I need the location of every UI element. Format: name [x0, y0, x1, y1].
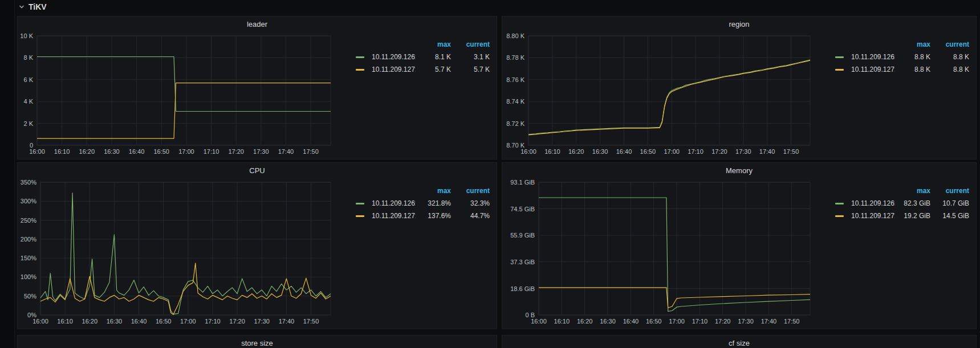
svg-text:16:40: 16:40 — [616, 148, 632, 155]
legend-col-current[interactable]: current — [454, 187, 490, 195]
legend-col-current[interactable]: current — [934, 187, 969, 195]
legend-header: max current — [356, 185, 490, 197]
legend-row: 10.11.209.126:20180 8.8 K 8.8 K — [835, 51, 969, 63]
series-max: 321.8% — [419, 199, 451, 207]
svg-text:17:30: 17:30 — [253, 148, 269, 155]
svg-text:17:20: 17:20 — [229, 318, 245, 325]
panel-cf-size: cf size — [502, 335, 977, 348]
svg-text:17:20: 17:20 — [715, 318, 731, 325]
panel-header-leader[interactable]: leader — [18, 17, 497, 31]
series-name[interactable]: 10.11.209.127:20180 — [851, 65, 895, 73]
svg-text:93.1 GiB: 93.1 GiB — [510, 179, 535, 186]
svg-text:17:00: 17:00 — [664, 148, 680, 155]
leader-chart-plot[interactable]: 16:0016:1016:2016:3016:4016:5017:0017:10… — [18, 31, 356, 159]
series-max: 5.7 K — [419, 65, 451, 73]
svg-text:16:40: 16:40 — [131, 318, 147, 325]
series-max: 137.6% — [419, 212, 451, 220]
svg-text:250%: 250% — [21, 217, 36, 224]
series-current: 3.1 K — [454, 53, 490, 61]
panel-header-region[interactable]: region — [502, 17, 976, 31]
series-current: 5.7 K — [454, 65, 490, 73]
series-max: 8.8 K — [898, 53, 930, 61]
chevron-down-icon — [19, 4, 25, 10]
series-name[interactable]: 10.11.209.126:20180 — [851, 53, 895, 61]
svg-text:17:40: 17:40 — [279, 318, 295, 325]
svg-text:8.78 K: 8.78 K — [506, 54, 524, 61]
legend-row: 10.11.209.127:20180 5.7 K 5.7 K — [356, 63, 490, 76]
legend-col-max[interactable]: max — [419, 187, 451, 195]
legend-col-current[interactable]: current — [454, 40, 490, 48]
svg-text:8.74 K: 8.74 K — [506, 98, 524, 105]
svg-text:16:30: 16:30 — [107, 318, 123, 325]
legend-col-current[interactable]: current — [934, 40, 969, 48]
svg-text:17:10: 17:10 — [204, 148, 219, 155]
svg-text:37.3 GiB: 37.3 GiB — [510, 259, 535, 265]
series-name[interactable]: 10.11.209.126:20180 — [372, 199, 416, 207]
panel-header-memory[interactable]: Memory — [502, 163, 976, 178]
series-current: 44.7% — [454, 212, 490, 220]
svg-text:10 K: 10 K — [20, 32, 33, 39]
svg-text:8 K: 8 K — [23, 54, 33, 61]
series-swatch-icon[interactable] — [835, 69, 844, 71]
legend-col-max[interactable]: max — [898, 40, 930, 48]
legend-col-max[interactable]: max — [898, 187, 930, 195]
cpu-chart-plot[interactable]: 16:0016:1016:2016:3016:4016:5017:0017:10… — [18, 178, 356, 329]
panel-cpu: CPU 16:0016:1016:2016:3016:4016:5017:001… — [17, 162, 497, 329]
svg-text:16:10: 16:10 — [54, 148, 70, 155]
series-name[interactable]: 10.11.209.127:20180 — [372, 65, 416, 73]
legend-row: 10.11.209.127:20180 19.2 GiB 14.5 GiB — [835, 210, 969, 222]
series-name[interactable]: 10.11.209.126:20180 — [851, 199, 895, 207]
svg-text:300%: 300% — [21, 198, 36, 204]
sidebar-edge — [0, 0, 15, 348]
series-swatch-icon[interactable] — [356, 69, 364, 71]
svg-text:17:50: 17:50 — [303, 318, 319, 325]
svg-text:0: 0 — [30, 142, 33, 149]
legend-col-max[interactable]: max — [419, 40, 451, 48]
series-swatch-icon[interactable] — [356, 203, 364, 204]
panel-header-store-size[interactable]: store size — [18, 335, 497, 348]
series-swatch-icon[interactable] — [835, 215, 844, 217]
legend-row: 10.11.209.126:20180 82.3 GiB 10.7 GiB — [835, 197, 969, 210]
svg-text:16:20: 16:20 — [577, 318, 593, 325]
series-swatch-icon[interactable] — [356, 215, 364, 217]
svg-text:0%: 0% — [27, 312, 36, 318]
svg-text:18.6 GiB: 18.6 GiB — [510, 285, 535, 292]
grafana-dashboard: TiKV leader 16:0016:1016:2016:3016:4016:… — [0, 0, 980, 348]
dashboard-row-tikv[interactable]: TiKV — [19, 2, 47, 11]
series-current: 8.8 K — [934, 65, 969, 73]
series-name[interactable]: 10.11.209.127:20180 — [372, 212, 416, 220]
svg-text:16:10: 16:10 — [57, 318, 73, 325]
series-current: 8.8 K — [934, 53, 969, 61]
legend-header: max current — [356, 38, 490, 51]
legend-header: max current — [835, 38, 969, 51]
svg-text:16:00: 16:00 — [531, 318, 547, 325]
svg-text:4 K: 4 K — [23, 98, 33, 105]
svg-text:17:30: 17:30 — [738, 318, 754, 325]
svg-text:55.9 GiB: 55.9 GiB — [510, 232, 535, 239]
series-name[interactable]: 10.11.209.126:20180 — [372, 53, 416, 61]
svg-text:0 B: 0 B — [525, 312, 535, 318]
svg-text:17:50: 17:50 — [783, 148, 799, 155]
legend-row: 10.11.209.127:20180 137.6% 44.7% — [356, 210, 490, 222]
svg-text:6 K: 6 K — [23, 76, 33, 83]
svg-text:17:40: 17:40 — [761, 318, 777, 325]
legend-memory: max current 10.11.209.126:20180 82.3 GiB… — [835, 178, 976, 329]
panel-header-cpu[interactable]: CPU — [18, 163, 497, 178]
panel-title-text: leader — [247, 20, 267, 28]
series-swatch-icon[interactable] — [356, 56, 364, 58]
svg-text:17:30: 17:30 — [735, 148, 751, 155]
memory-chart-plot[interactable]: 16:0016:1016:2016:3016:4016:5017:0017:10… — [502, 178, 835, 329]
svg-text:16:00: 16:00 — [29, 148, 45, 155]
panel-memory: Memory 16:0016:1016:2016:3016:4016:5017:… — [502, 162, 977, 329]
panel-title-text: store size — [241, 339, 273, 347]
region-chart-plot[interactable]: 16:0016:1016:2016:3016:4016:5017:0017:10… — [502, 31, 835, 159]
legend-leader: max current 10.11.209.126:20180 8.1 K 3.… — [356, 31, 497, 159]
svg-text:16:50: 16:50 — [156, 318, 172, 325]
svg-text:8.76 K: 8.76 K — [506, 76, 524, 83]
panel-header-cf-size[interactable]: cf size — [502, 335, 976, 348]
series-swatch-icon[interactable] — [835, 203, 844, 204]
svg-text:16:50: 16:50 — [153, 148, 169, 155]
series-name[interactable]: 10.11.209.127:20180 — [851, 212, 895, 220]
svg-text:2 K: 2 K — [23, 120, 33, 127]
series-swatch-icon[interactable] — [835, 56, 844, 58]
